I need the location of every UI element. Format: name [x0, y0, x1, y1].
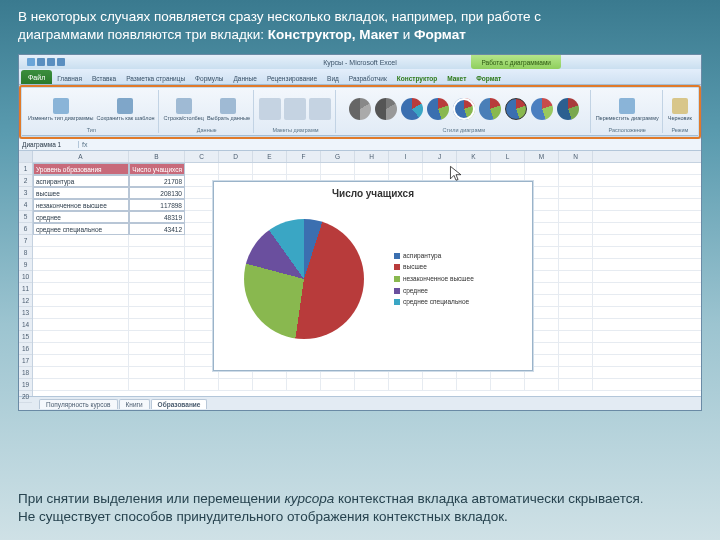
slide-bottom-text: При снятии выделения или перемещении кур…	[18, 490, 702, 526]
slide-top-text: В некоторых случаях появляется сразу нес…	[0, 0, 720, 48]
table-header[interactable]: Уровень образования	[33, 163, 129, 175]
move-chart-button[interactable]: Переместить диаграмму	[596, 98, 659, 121]
draft-icon	[672, 98, 688, 114]
select-data-button[interactable]: Выбрать данные	[207, 98, 250, 121]
change-chart-type-button[interactable]: Изменить тип диаграммы	[28, 98, 93, 121]
table-cell[interactable]: незаконченное высшее	[33, 199, 129, 211]
chart-style-icon[interactable]	[427, 98, 449, 120]
chart-style-icon[interactable]	[505, 98, 527, 120]
chart-style-icon[interactable]	[557, 98, 579, 120]
column-headers: ABCDEFGHIJKLMN	[33, 151, 701, 163]
tab-pagelayout[interactable]: Разметка страницы	[121, 73, 190, 84]
move-icon	[619, 98, 635, 114]
sheet-tab[interactable]: Книги	[119, 399, 150, 409]
layout-preview-icon[interactable]	[284, 98, 306, 120]
tab-insert[interactable]: Вставка	[87, 73, 121, 84]
save-template-button[interactable]: Сохранить как шаблон	[96, 98, 154, 121]
chart-style-icon[interactable]	[375, 98, 397, 120]
switch-icon	[176, 98, 192, 114]
undo-icon[interactable]	[47, 58, 55, 66]
file-tab[interactable]: Файл	[21, 70, 52, 84]
template-icon	[117, 98, 133, 114]
layout-preview-icon[interactable]	[259, 98, 281, 120]
ribbon-group-data: Строка/столбец Выбрать данные Данные	[161, 90, 254, 133]
tab-review[interactable]: Рецензирование	[262, 73, 322, 84]
ribbon-group-type: Изменить тип диаграммы Сохранить как шаб…	[25, 90, 159, 133]
table-cell[interactable]: 48319	[129, 211, 185, 223]
chart-style-icon[interactable]	[453, 98, 475, 120]
legend-swatch-icon	[394, 276, 400, 282]
excel-icon	[27, 58, 35, 66]
table-cell[interactable]: 21708	[129, 175, 185, 187]
chart-style-icon[interactable]	[531, 98, 553, 120]
ribbon-tabs: Файл Главная Вставка Разметка страницы Ф…	[19, 69, 701, 85]
table-cell[interactable]: 117898	[129, 199, 185, 211]
chart-style-icon[interactable]	[349, 98, 371, 120]
sheet-tab[interactable]: Популярность курсов	[39, 399, 118, 409]
contextual-tab-title: Работа с диаграммами	[471, 55, 561, 69]
formula-bar: Диаграмма 1 fx	[19, 139, 701, 151]
window-title: Курсы - Microsoft Excel	[323, 59, 397, 66]
table-cell[interactable]: 43412	[129, 223, 185, 235]
ribbon-highlight: Изменить тип диаграммы Сохранить как шаб…	[19, 85, 701, 139]
save-icon[interactable]	[37, 58, 45, 66]
quick-access-toolbar	[27, 58, 65, 66]
tab-layout[interactable]: Макет	[442, 73, 471, 84]
ribbon: Изменить тип диаграммы Сохранить как шаб…	[22, 88, 698, 136]
embedded-chart[interactable]: Число учащихся аспирантура высшее незако…	[213, 181, 533, 371]
sheet-tab-bar: Популярность курсов Книги Образование	[19, 396, 701, 410]
tab-format[interactable]: Формат	[471, 73, 506, 84]
table-cell[interactable]: аспирантура	[33, 175, 129, 187]
redo-icon[interactable]	[57, 58, 65, 66]
ribbon-group-mode: Черновик Режим	[665, 90, 695, 133]
ribbon-group-location: Переместить диаграмму Расположение	[593, 90, 663, 133]
row-headers: 1234567891011121314151617181920	[19, 151, 33, 396]
grid-icon	[220, 98, 236, 114]
legend-swatch-icon	[394, 264, 400, 270]
legend-swatch-icon	[394, 253, 400, 259]
chart-title: Число учащихся	[214, 182, 532, 201]
chart-legend: аспирантура высшее незаконченное высшее …	[394, 250, 474, 308]
layout-preview-icon[interactable]	[309, 98, 331, 120]
tab-design[interactable]: Конструктор	[392, 73, 442, 84]
tab-developer[interactable]: Разработчик	[344, 73, 392, 84]
sheet-tab[interactable]: Образование	[151, 399, 208, 409]
excel-window: Курсы - Microsoft Excel Работа с диаграм…	[18, 54, 702, 411]
table-cell[interactable]: среднее	[33, 211, 129, 223]
data-table: Уровень образованияЧисло учащихся аспира…	[33, 163, 185, 235]
table-cell[interactable]: среднее специальное	[33, 223, 129, 235]
table-header[interactable]: Число учащихся	[129, 163, 185, 175]
ribbon-group-styles: Стили диаграмм	[338, 90, 591, 133]
tab-view[interactable]: Вид	[322, 73, 344, 84]
table-cell[interactable]: 208130	[129, 187, 185, 199]
worksheet[interactable]: 1234567891011121314151617181920 ABCDEFGH…	[19, 151, 701, 396]
chart-style-icon[interactable]	[401, 98, 423, 120]
legend-swatch-icon	[394, 299, 400, 305]
tab-formulas[interactable]: Формулы	[190, 73, 228, 84]
tab-data[interactable]: Данные	[228, 73, 261, 84]
fx-label[interactable]: fx	[79, 141, 90, 148]
table-cell[interactable]: высшее	[33, 187, 129, 199]
pie-chart	[244, 219, 364, 339]
legend-swatch-icon	[394, 288, 400, 294]
draft-button[interactable]: Черновик	[668, 98, 692, 121]
chart-style-icon[interactable]	[479, 98, 501, 120]
chart-icon	[53, 98, 69, 114]
name-box[interactable]: Диаграмма 1	[19, 141, 79, 148]
ribbon-group-layouts: Макеты диаграмм	[256, 90, 336, 133]
switch-rowcol-button[interactable]: Строка/столбец	[164, 98, 204, 121]
titlebar: Курсы - Microsoft Excel Работа с диаграм…	[19, 55, 701, 69]
tab-home[interactable]: Главная	[52, 73, 87, 84]
